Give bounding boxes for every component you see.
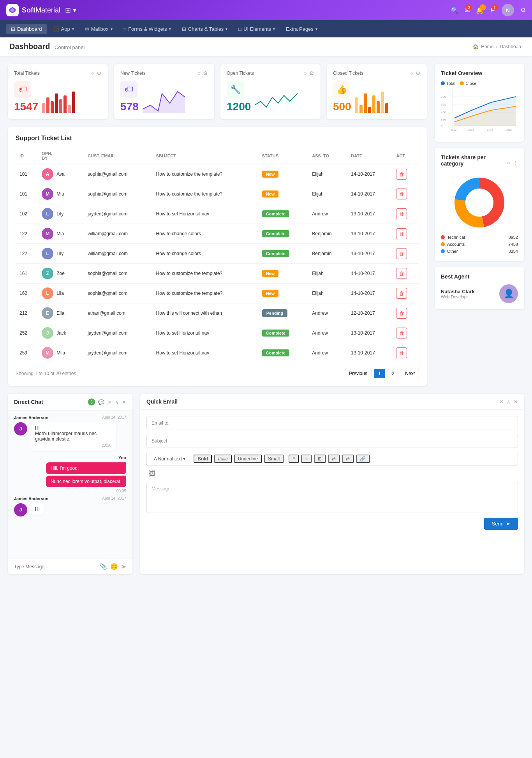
message-placeholder: Message <box>151 486 171 492</box>
delete-button[interactable]: 🗑 <box>396 268 407 279</box>
user-avatar[interactable]: N <box>502 4 514 16</box>
circle-icon: ○ <box>507 160 510 166</box>
close-icon[interactable]: ✕ <box>122 399 126 405</box>
cell-opn: J Jack <box>38 323 84 343</box>
delete-button[interactable]: 🗑 <box>396 248 407 259</box>
italic-button[interactable]: Italic <box>214 455 232 463</box>
delete-button[interactable]: 🗑 <box>396 308 407 319</box>
cell-opn: L Lily <box>38 244 84 264</box>
col-email: Cust. Email <box>84 148 152 164</box>
menu-app[interactable]: ⬛ App ▾ <box>48 24 79 34</box>
gear-icon[interactable]: ⚙ <box>416 70 421 76</box>
attachment-icon[interactable]: 📎 <box>99 563 107 570</box>
chevron-up-icon[interactable]: ∧ <box>507 399 511 405</box>
chevron-up-icon[interactable]: ∧ <box>115 399 119 405</box>
email-header: Quick Email ✕ ∧ ✕ <box>140 394 524 410</box>
ol-button[interactable]: ⊞ <box>314 455 326 463</box>
indent-button[interactable]: ⇄ <box>328 455 340 463</box>
chat-icon[interactable]: 💬 <box>98 399 104 405</box>
emoji-icon[interactable]: 😊 <box>110 563 118 570</box>
cell-opn: L Lila <box>38 284 84 303</box>
left-column: Total Tickets ○ ⚙ 🏷 1547 <box>8 64 427 386</box>
menu-forms[interactable]: ≡ Forms & Widgets ▾ <box>119 24 176 34</box>
table-row: 102 L Lily jayden@gmail.com How to set H… <box>16 204 419 224</box>
gear-icon[interactable]: ⚙ <box>309 70 314 76</box>
user-name: Mia <box>56 191 64 197</box>
email-to-field[interactable] <box>146 416 518 430</box>
notification-icon[interactable]: 🔔! <box>476 7 484 14</box>
underline-button[interactable]: Underline <box>234 455 262 463</box>
send-button[interactable]: Send ➤ <box>484 518 518 530</box>
flag-icon[interactable]: ⚑2 <box>490 7 495 14</box>
chat-input[interactable] <box>14 564 96 569</box>
email-message-field[interactable]: Message <box>146 482 518 513</box>
user-avatar: M <box>42 188 53 200</box>
settings-icon[interactable]: ⚙ <box>520 7 526 14</box>
send-icon[interactable]: ➤ <box>121 563 126 570</box>
col-opn: Opn.By <box>38 148 84 164</box>
table-row: 161 Z Zoe sophia@gmail.com How to custom… <box>16 264 419 284</box>
font-style-button[interactable]: A Normal text ▾ <box>151 455 188 462</box>
status-badge: Complete <box>262 230 289 237</box>
gear-icon[interactable]: ⚙ <box>97 70 102 76</box>
prev-page-button[interactable]: Previous <box>345 369 372 378</box>
technical-dot <box>441 235 445 239</box>
page-1-button[interactable]: 1 <box>374 369 385 378</box>
menu-ui[interactable]: □ UI Elements ▾ <box>234 24 280 34</box>
cell-action: 🗑 <box>392 323 419 343</box>
chat-footer: 📎 😊 ➤ <box>8 559 132 574</box>
gear-icon[interactable]: ⚙ <box>203 70 208 76</box>
delete-button[interactable]: 🗑 <box>396 328 407 338</box>
svg-text:0: 0 <box>441 124 443 128</box>
search-icon[interactable]: 🔍 <box>451 7 458 14</box>
delete-button[interactable]: 🗑 <box>396 288 407 299</box>
chat-msg-right-1: Hiii, I'm good. Nunc nec lorem volutpat,… <box>14 462 126 493</box>
delete-button[interactable]: 🗑 <box>396 208 407 219</box>
delete-button[interactable]: 🗑 <box>396 189 407 199</box>
menu-navbar: ⊞ Dashboard ⬛ App ▾ ✉ Mailbox ▾ ≡ Forms … <box>0 20 532 37</box>
cell-action: 🗑 <box>392 343 419 363</box>
email-header-icons: ✕ ∧ ✕ <box>499 399 518 405</box>
email-subject-field[interactable] <box>146 434 518 448</box>
quote-button[interactable]: ❝ <box>289 455 299 463</box>
delete-button[interactable]: 🗑 <box>396 228 407 239</box>
ul-button[interactable]: ≡ <box>301 455 312 463</box>
delete-button[interactable]: 🗑 <box>396 347 407 358</box>
chart-legend: Total Close <box>441 81 518 86</box>
delete-button[interactable]: 🗑 <box>396 169 407 180</box>
accounts-dot <box>441 242 445 246</box>
page-2-button[interactable]: 2 <box>388 369 399 378</box>
email-actions: Send ➤ <box>146 518 518 530</box>
small-button[interactable]: Small <box>264 455 284 463</box>
cell-date: 13-10-2017 <box>347 323 392 343</box>
image-button[interactable]: 🖼 <box>146 469 158 478</box>
closed-tickets-chart <box>355 90 421 113</box>
user-avatar: M <box>42 347 53 359</box>
chat-bubble-3: Hi <box>30 503 44 515</box>
menu-mailbox[interactable]: ✉ Mailbox ▾ <box>80 24 117 34</box>
grid-icon[interactable]: ⊞ ▾ <box>65 6 76 14</box>
best-agent-card: Best Agent Natasha Clark Web Developt 👤 <box>435 267 524 309</box>
refresh-icon[interactable]: ✕ <box>107 399 112 405</box>
menu-extra[interactable]: Extra Pages ▾ <box>281 24 322 34</box>
close-x-icon[interactable]: ✕ <box>499 399 504 405</box>
cell-subject: How to change colors <box>152 244 258 264</box>
other-item: Other 3254 <box>441 248 518 255</box>
close-icon[interactable]: ✕ <box>514 399 518 405</box>
chat-bubble-right: Hiii, I'm good. <box>46 462 126 474</box>
menu-charts[interactable]: ⊞ Charts & Tables ▾ <box>177 24 233 34</box>
outdent-button[interactable]: ⇄ <box>342 455 354 463</box>
email-icon[interactable]: ✉3 <box>465 7 470 14</box>
cell-assigned: Andrew <box>308 323 347 343</box>
email-body: A Normal text ▾ Bold Italic Underline Sm… <box>140 410 524 536</box>
col-action: Act. <box>392 148 419 164</box>
table-title: Support Ticket List <box>16 135 419 142</box>
total-tickets-chart <box>42 90 102 113</box>
next-page-button[interactable]: Next <box>401 369 419 378</box>
menu-dashboard[interactable]: ⊞ Dashboard <box>6 24 47 34</box>
more-icon[interactable]: ⋮ <box>513 160 518 166</box>
bold-button[interactable]: Bold <box>194 455 212 463</box>
quick-email-card: Quick Email ✕ ∧ ✕ A Normal text ▾ Bold I… <box>140 394 524 574</box>
link-button[interactable]: 🔗 <box>356 455 370 463</box>
table-row: 101 A Ava sophia@gmail.com How to custom… <box>16 164 419 184</box>
